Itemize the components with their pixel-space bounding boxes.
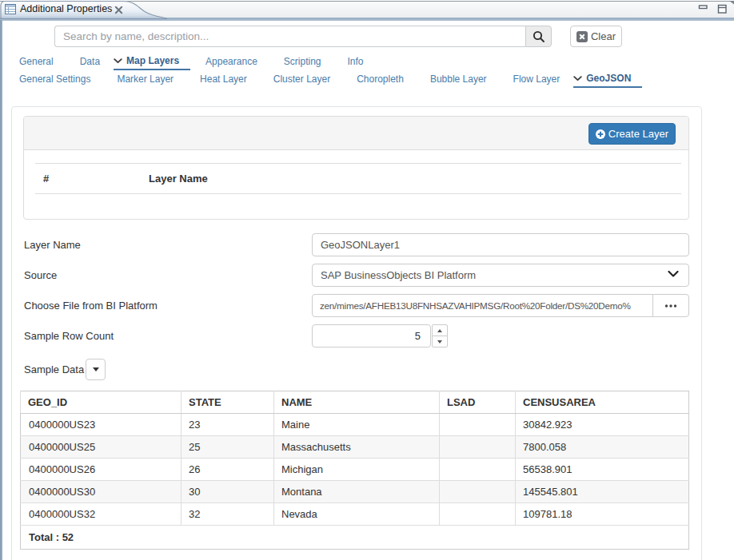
arrow-down-icon — [437, 340, 442, 344]
geojson-tab-content: Create Layer # Layer Name Layer Name Sou… — [11, 106, 702, 560]
file-field — [312, 294, 689, 317]
sample-table-header-cell: STATE — [182, 391, 274, 414]
cell-geo-id: 0400000US26 — [21, 459, 182, 481]
tab-label: Map Layers — [126, 55, 179, 66]
window-left-edge — [0, 20, 2, 560]
table-row: 0400000US32 32 Nevada 109781.18 — [21, 503, 689, 526]
sample-count-label: Sample Row Count — [24, 330, 312, 342]
cell-censusarea: 30842.923 — [516, 414, 689, 436]
tab-label: GeoJSON — [586, 73, 631, 84]
file-label: Choose File from BI Platform — [24, 300, 312, 312]
cell-censusarea: 56538.901 — [516, 459, 689, 481]
cell-lsad — [440, 436, 516, 459]
view-title: Additional Properties — [20, 3, 112, 14]
layer-table-header-number: # — [35, 164, 141, 194]
sub-tab[interactable]: GeoJSON — [573, 70, 642, 88]
sub-tab[interactable]: Choropleth — [344, 70, 415, 88]
source-select-value: SAP BusinessObjects BI Platform — [321, 269, 476, 281]
minimize-icon[interactable] — [700, 6, 708, 9]
main-tab[interactable]: Info — [335, 53, 375, 70]
tab-label: General — [19, 56, 54, 67]
tab-label: Bubble Layer — [430, 73, 487, 85]
main-tab[interactable]: General — [6, 53, 65, 70]
sub-tab[interactable]: Bubble Layer — [417, 70, 498, 88]
browse-file-button[interactable] — [652, 294, 689, 317]
search-input[interactable] — [54, 26, 525, 47]
main-tab[interactable]: Map Layers — [114, 53, 190, 70]
sample-table-header-cell: LSAD — [440, 391, 516, 414]
tab-label: Data — [80, 56, 100, 67]
cell-censusarea: 7800.058 — [516, 436, 689, 459]
layer-name-label: Layer Name — [24, 239, 312, 251]
tab-label: General Settings — [19, 73, 90, 85]
table-total: Total : 52 — [21, 526, 689, 550]
ellipsis-icon — [664, 304, 677, 308]
tab-label: Info — [348, 56, 364, 67]
source-select[interactable]: SAP BusinessObjects BI Platform — [312, 264, 689, 287]
geojson-form: Layer Name Source SAP BusinessObjects BI… — [24, 233, 689, 348]
main-tab[interactable]: Data — [67, 53, 111, 70]
tab-label: Choropleth — [357, 73, 404, 85]
cell-name: Massachusetts — [274, 436, 440, 459]
sub-tab[interactable]: General Settings — [6, 70, 102, 88]
sample-count-field — [312, 324, 448, 348]
source-field: SAP BusinessObjects BI Platform — [312, 264, 689, 287]
cell-state: 30 — [182, 481, 274, 503]
table-row: 0400000US26 26 Michigan 56538.901 — [21, 459, 689, 481]
cell-state: 23 — [182, 414, 274, 436]
sample-count-input[interactable] — [312, 324, 431, 348]
form-row-file: Choose File from BI Platform — [24, 294, 689, 317]
search-button[interactable] — [525, 26, 552, 47]
close-icon[interactable] — [114, 6, 123, 14]
additional-properties-view: { "window": { "title": "Additional Prope… — [0, 0, 734, 560]
file-path-input[interactable] — [312, 294, 653, 317]
clear-button-label: Clear — [591, 30, 616, 42]
sample-table-header-cell: NAME — [274, 391, 440, 414]
sub-tab[interactable]: Marker Layer — [104, 70, 185, 88]
tab-label: Appearance — [205, 56, 257, 67]
tab-label: Heat Layer — [200, 73, 247, 85]
view-icon — [5, 4, 16, 14]
sample-table-header-cell: CENSUSAREA — [516, 391, 689, 414]
cell-geo-id: 0400000US30 — [21, 481, 182, 503]
sample-table-body: 0400000US23 23 Maine 30842.923 0400000US… — [21, 414, 689, 526]
clear-button[interactable]: Clear — [570, 26, 622, 47]
maximize-icon[interactable] — [719, 6, 727, 14]
layer-name-input[interactable] — [312, 233, 689, 256]
sample-data-dropdown-button[interactable] — [86, 359, 106, 380]
layer-table-header-name: Layer Name — [141, 164, 681, 194]
cell-censusarea: 145545.801 — [516, 481, 689, 503]
search-group — [54, 26, 552, 47]
sub-tab[interactable]: Flow Layer — [501, 70, 572, 88]
create-layer-button[interactable]: Create Layer — [588, 123, 676, 145]
spinner-down-button[interactable] — [432, 336, 448, 348]
clear-filter-icon — [576, 31, 588, 42]
spinner-up-button[interactable] — [432, 324, 448, 336]
cell-lsad — [440, 503, 516, 526]
chevron-down-icon — [573, 76, 586, 81]
table-row: 0400000US30 30 Montana 145545.801 — [21, 481, 689, 503]
sub-tab[interactable]: Heat Layer — [187, 70, 258, 88]
form-row-sample-count: Sample Row Count — [24, 324, 689, 348]
main-tab[interactable]: Appearance — [193, 53, 269, 70]
tab-label: Scripting — [284, 56, 321, 67]
form-row-source: Source SAP BusinessObjects BI Platform — [24, 264, 689, 287]
cell-geo-id: 0400000US32 — [21, 503, 182, 526]
plus-circle-icon — [596, 129, 605, 139]
titlebar: Additional Properties — [0, 0, 734, 21]
arrow-up-icon — [437, 329, 442, 332]
sample-count-spinner — [432, 324, 448, 348]
cell-name: Michigan — [274, 459, 440, 481]
tab-label: Marker Layer — [117, 73, 174, 85]
sample-data-row: Sample Data — [24, 359, 689, 380]
sample-table-header-cell: GEO_ID — [21, 391, 182, 414]
main-tab[interactable]: Scripting — [271, 53, 333, 70]
layer-list-panel: Create Layer # Layer Name — [23, 116, 689, 220]
cell-lsad — [440, 481, 516, 503]
cell-censusarea: 109781.18 — [516, 503, 689, 526]
sub-tab[interactable]: Cluster Layer — [261, 70, 341, 88]
source-label: Source — [24, 269, 312, 281]
tab-label: Cluster Layer — [273, 73, 330, 85]
caret-down-icon — [93, 367, 99, 371]
table-row: 0400000US23 23 Maine 30842.923 — [21, 414, 689, 436]
